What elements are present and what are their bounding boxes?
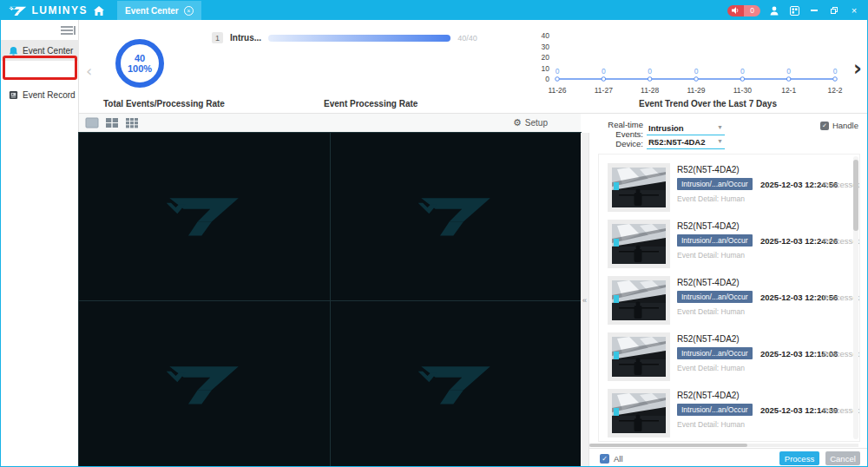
processing-rate-row: 1 Intrus... 40/40 bbox=[212, 32, 477, 43]
event-detail: Event Detail: Human bbox=[677, 364, 745, 372]
event-type-badge: Intrusion/...an/Occur bbox=[677, 234, 753, 247]
watermark-logo-icon bbox=[164, 192, 244, 240]
sidebar-item-event-record[interactable]: Event Record bbox=[1, 84, 79, 105]
handle-button[interactable]: ✓ Handle bbox=[820, 121, 858, 130]
device-label: Device: bbox=[589, 139, 643, 148]
event-type-select[interactable]: Intrusion ▼ bbox=[647, 123, 725, 135]
video-cell-1[interactable] bbox=[79, 133, 330, 300]
svg-text:12-2: 12-2 bbox=[827, 86, 842, 95]
event-detail: Event Detail: Human bbox=[677, 251, 745, 260]
svg-text:40: 40 bbox=[542, 31, 550, 40]
event-detail: Event Detail: Human bbox=[677, 307, 745, 316]
event-list-item[interactable]: R52(N5T-4DA2) Intrusion/...an/Occur 2025… bbox=[608, 220, 842, 272]
event-type-badge: Intrusion/...an/Occur bbox=[677, 178, 753, 190]
trend-chart: 010203040000000011-2611-2711-2811-2911-3… bbox=[526, 25, 847, 98]
svg-text:0: 0 bbox=[833, 67, 838, 76]
device-select[interactable]: R52:N5T-4DA2 ▼ bbox=[647, 137, 725, 149]
carousel-prev-icon[interactable]: ‹ bbox=[86, 62, 92, 80]
tab-event-center[interactable]: Event Center × bbox=[117, 1, 201, 20]
chevron-down-icon: ▼ bbox=[717, 124, 723, 130]
event-detail: Event Detail: Human bbox=[677, 194, 745, 203]
event-thumbnail[interactable] bbox=[608, 276, 670, 325]
svg-text:11-27: 11-27 bbox=[595, 86, 613, 95]
layout-2x2-icon bbox=[105, 117, 119, 128]
video-cell-3[interactable] bbox=[79, 301, 330, 467]
svg-text:10: 10 bbox=[542, 64, 550, 73]
svg-text:11-29: 11-29 bbox=[687, 86, 705, 95]
svg-text:0: 0 bbox=[786, 67, 791, 76]
layout-1x1-button[interactable] bbox=[85, 117, 99, 128]
event-list-item[interactable]: R52(N5T-4DA2) Intrusion/...an/Occur 2025… bbox=[608, 163, 842, 215]
vertical-scrollbar-thumb[interactable] bbox=[853, 160, 858, 231]
event-device: R52(N5T-4DA2) bbox=[677, 278, 740, 287]
apps-button[interactable] bbox=[788, 4, 800, 16]
header-actions: 0 × bbox=[727, 4, 868, 16]
event-thumbnail[interactable] bbox=[608, 220, 670, 268]
rate-index-badge: 1 bbox=[212, 32, 223, 43]
vertical-scrollbar bbox=[853, 156, 858, 439]
rate-name: Intrus... bbox=[230, 33, 261, 43]
setup-button[interactable]: ⚙ Setup bbox=[513, 117, 548, 128]
alarm-count: 0 bbox=[744, 5, 760, 16]
select-all-label: All bbox=[614, 454, 623, 464]
svg-text:0: 0 bbox=[602, 67, 606, 76]
sidebar-collapse-button[interactable] bbox=[61, 26, 73, 36]
svg-text:12-1: 12-1 bbox=[781, 86, 796, 95]
rate-value: 40/40 bbox=[457, 34, 477, 43]
alarm-counter[interactable]: 0 bbox=[727, 5, 760, 16]
user-icon bbox=[770, 6, 779, 16]
close-button[interactable]: × bbox=[848, 4, 860, 16]
restore-button[interactable] bbox=[828, 4, 840, 16]
event-list-item[interactable]: R52(N5T-4DA2) Intrusion/...an/Occur 2025… bbox=[608, 276, 842, 328]
title-bar: LUMINYS Event Center × 0 bbox=[1, 1, 868, 20]
total-events-percent: 100% bbox=[128, 63, 152, 74]
luminys-logo-icon bbox=[9, 5, 28, 16]
minimize-button[interactable] bbox=[808, 4, 820, 16]
sidebar-item-label: Event Center bbox=[23, 46, 73, 56]
event-type-badge: Intrusion/...an/Occur bbox=[677, 404, 753, 416]
event-type-filter-row: Real-time Events: Intrusion ▼ bbox=[589, 120, 725, 139]
event-device: R52(N5T-4DA2) bbox=[677, 221, 740, 231]
restore-icon bbox=[831, 7, 838, 14]
layout-3x3-button[interactable] bbox=[125, 117, 139, 128]
rate-progress-bar bbox=[268, 35, 450, 42]
sidebar-item-event-center[interactable]: Event Center bbox=[1, 40, 79, 61]
carousel-next-icon[interactable]: › bbox=[853, 56, 862, 81]
process-button[interactable]: Process bbox=[779, 451, 819, 465]
total-events-value: 40 bbox=[135, 53, 145, 63]
event-thumbnail[interactable] bbox=[608, 389, 670, 437]
event-device: R52(N5T-4DA2) bbox=[677, 334, 740, 344]
cancel-button[interactable]: Cancel bbox=[825, 451, 860, 465]
home-button[interactable] bbox=[88, 1, 110, 20]
svg-text:11-26: 11-26 bbox=[548, 86, 566, 95]
svg-text:30: 30 bbox=[542, 43, 550, 51]
user-button[interactable] bbox=[768, 4, 780, 16]
watermark-logo-icon bbox=[164, 360, 244, 409]
handle-label: Handle bbox=[832, 121, 858, 130]
video-cell-4[interactable] bbox=[331, 301, 582, 467]
horizontal-scrollbar-thumb[interactable] bbox=[589, 444, 747, 447]
device-value: R52:N5T-4DA2 bbox=[648, 137, 705, 147]
sidebar: Event Center Event Record bbox=[1, 20, 79, 467]
event-list-item[interactable]: R52(N5T-4DA2) Intrusion/...an/Occur 2025… bbox=[608, 389, 842, 441]
stats-panel: ‹ › 40 100% Total Events/Processing Rate… bbox=[79, 20, 868, 114]
event-detail: Event Detail: Human bbox=[677, 420, 745, 429]
layout-2x2-button[interactable] bbox=[105, 117, 119, 128]
select-all-checkbox[interactable]: ✓ bbox=[600, 454, 609, 464]
event-thumbnail[interactable] bbox=[608, 163, 670, 212]
panel-collapse-handle[interactable]: « bbox=[581, 133, 589, 467]
event-thumbnail[interactable] bbox=[608, 332, 670, 381]
svg-text:11-28: 11-28 bbox=[641, 86, 659, 95]
video-cell-2[interactable] bbox=[331, 133, 582, 300]
tab-close-icon[interactable]: × bbox=[184, 6, 194, 16]
realtime-events-panel: Real-time Events: Intrusion ▼ Device: R5… bbox=[589, 114, 868, 467]
event-device: R52(N5T-4DA2) bbox=[677, 391, 740, 400]
speaker-icon bbox=[727, 5, 744, 16]
layout-3x3-icon bbox=[125, 117, 139, 128]
brand-name: LUMINYS bbox=[32, 4, 89, 16]
watermark-logo-icon bbox=[416, 360, 496, 409]
svg-text:20: 20 bbox=[542, 53, 550, 62]
event-list-item[interactable]: R52(N5T-4DA2) Intrusion/...an/Occur 2025… bbox=[608, 332, 842, 385]
home-icon bbox=[94, 6, 104, 16]
svg-text:0: 0 bbox=[545, 75, 549, 83]
